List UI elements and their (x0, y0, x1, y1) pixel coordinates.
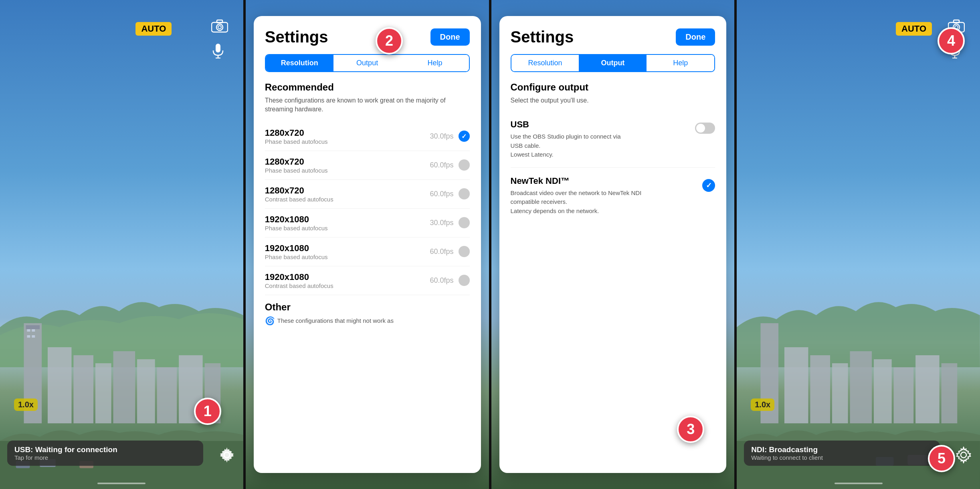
svg-rect-42 (954, 20, 959, 23)
output-usb[interactable]: USB Use the OBS Studio plugin to connect… (511, 111, 715, 168)
step-badge-5: 5 (928, 445, 955, 472)
res-sub-5: Contrast based autofocus (265, 282, 333, 289)
fps-2: 60.0fps (430, 190, 453, 198)
tabs-container-3: Resolution Output Help (511, 54, 715, 72)
status-bar[interactable]: USB: Waiting for connection Tap for more (7, 441, 203, 466)
settings-title-3: Settings (511, 28, 574, 46)
done-button-3[interactable]: Done (676, 28, 715, 46)
step-badge-2: 2 (376, 27, 403, 54)
auto-badge: AUTO (135, 22, 172, 36)
panel-2: Settings Done Resolution Output Help Rec… (246, 0, 489, 489)
other-title: Other (265, 302, 470, 313)
fps-0: 30.0fps (430, 132, 453, 141)
status-main-text: USB: Waiting for connection (14, 445, 196, 454)
configure-output-section: Configure output Select the output you'l… (511, 82, 715, 223)
camera-icon[interactable] (211, 19, 228, 36)
other-section: Other 🌀 These configurations that might … (265, 295, 470, 326)
output-ndi[interactable]: NewTek NDI™ Broadcast video over the net… (511, 168, 715, 224)
home-indicator-4 (835, 483, 883, 484)
status-sub-text: Tap for more (14, 454, 196, 461)
radio-1[interactable] (459, 159, 470, 171)
res-sub-0: Phase based autofocus (265, 138, 328, 145)
svg-point-20 (218, 26, 221, 29)
usb-desc: Use the OBS Studio plugin to connect via… (511, 132, 631, 159)
other-desc: 🌀 These configurations that might not wo… (265, 316, 470, 326)
svg-rect-12 (27, 335, 30, 338)
recommended-section: Recommended These configurations are kno… (265, 82, 470, 295)
tab-resolution-3[interactable]: Resolution (511, 55, 579, 71)
panel-3: Settings Done Resolution Output Help Con… (491, 0, 735, 489)
recommended-title: Recommended (265, 82, 470, 93)
tabs-container: Resolution Output Help (265, 54, 470, 72)
res-sub-4: Phase based autofocus (265, 254, 328, 260)
svg-rect-11 (32, 329, 35, 332)
ndi-status-main: NDI: Broadcasting (751, 445, 933, 454)
panel-1: AUTO 1.0x (0, 0, 243, 489)
res-label-3: 1920x1080 (265, 214, 328, 225)
ndi-desc: Broadcast video over the network to NewT… (511, 189, 672, 216)
fps-3: 30.0fps (430, 219, 453, 227)
tab-output-3[interactable]: Output (579, 55, 647, 71)
res-item-4[interactable]: 1920x1080 Phase based autofocus 60.0fps (265, 237, 470, 266)
settings-modal-output: Settings Done Resolution Output Help Con… (499, 16, 727, 473)
radio-5[interactable] (459, 275, 470, 286)
res-item-5[interactable]: 1920x1080 Contrast based autofocus 60.0f… (265, 266, 470, 295)
ndi-status-bar[interactable]: NDI: Broadcasting Waiting to connect to … (744, 441, 940, 466)
res-label-5: 1920x1080 (265, 272, 333, 282)
mic-icon[interactable] (212, 43, 224, 60)
usb-toggle[interactable] (695, 123, 715, 134)
res-label-0: 1280x720 (265, 128, 328, 138)
res-label-1: 1280x720 (265, 157, 328, 167)
radio-0[interactable] (459, 131, 470, 142)
recommended-desc: These configurations are known to work g… (265, 96, 470, 114)
configure-desc: Select the output you'll use. (511, 96, 715, 105)
svg-point-19 (216, 24, 223, 30)
fps-4: 60.0fps (430, 248, 453, 256)
radio-2[interactable] (459, 188, 470, 199)
res-sub-2: Contrast based autofocus (265, 196, 333, 203)
done-button[interactable]: Done (430, 28, 470, 46)
svg-rect-13 (32, 335, 35, 338)
res-label-4: 1920x1080 (265, 243, 328, 254)
tab-help-3[interactable]: Help (647, 55, 714, 71)
svg-point-46 (961, 452, 966, 458)
step-badge-4: 4 (938, 27, 965, 54)
svg-rect-10 (27, 329, 30, 332)
zoom-badge-4: 1.0x (751, 398, 774, 411)
res-sub-1: Phase based autofocus (265, 167, 328, 174)
settings-title: Settings (265, 28, 328, 46)
gear-icon-4[interactable] (955, 447, 972, 465)
res-label-2: 1280x720 (265, 185, 333, 196)
res-item-0[interactable]: 1280x720 Phase based autofocus 30.0fps (265, 122, 470, 151)
svg-rect-21 (217, 20, 222, 23)
step-badge-1: 1 (194, 398, 221, 425)
ndi-name: NewTek NDI™ (511, 176, 700, 186)
auto-badge-4: AUTO (896, 22, 932, 36)
ndi-status-sub: Waiting to connect to client (751, 454, 933, 461)
tab-help[interactable]: Help (401, 55, 469, 71)
step-badge-3: 3 (677, 416, 704, 443)
fps-1: 60.0fps (430, 161, 453, 169)
settings-modal-resolution: Settings Done Resolution Output Help Rec… (254, 16, 481, 473)
usb-name: USB (511, 119, 653, 130)
res-sub-3: Phase based autofocus (265, 225, 328, 231)
tab-resolution[interactable]: Resolution (266, 55, 333, 71)
configure-title: Configure output (511, 82, 715, 93)
fps-5: 60.0fps (430, 276, 453, 285)
radio-4[interactable] (459, 246, 470, 257)
res-item-1[interactable]: 1280x720 Phase based autofocus 60.0fps (265, 151, 470, 180)
svg-rect-22 (216, 44, 220, 52)
panel-4: AUTO 1.0x (737, 0, 980, 489)
radio-3[interactable] (459, 217, 470, 228)
modal-header: Settings Done (265, 28, 470, 46)
gear-icon[interactable] (218, 447, 235, 465)
tab-output[interactable]: Output (333, 55, 401, 71)
svg-rect-1 (26, 325, 40, 329)
home-indicator (97, 483, 145, 484)
res-item-2[interactable]: 1280x720 Contrast based autofocus 60.0fp… (265, 180, 470, 209)
zoom-badge: 1.0x (14, 398, 38, 411)
ndi-check[interactable] (702, 179, 715, 192)
res-item-3[interactable]: 1920x1080 Phase based autofocus 30.0fps (265, 209, 470, 237)
modal-header-3: Settings Done (511, 28, 715, 46)
